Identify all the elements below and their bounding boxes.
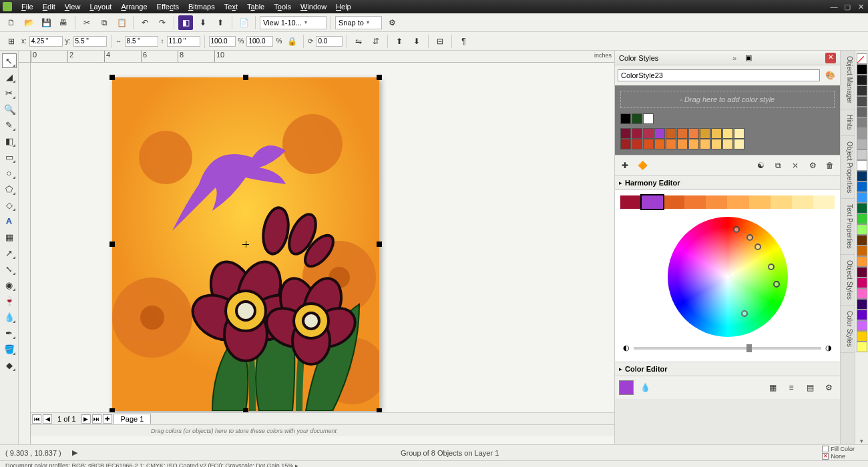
- table-tool[interactable]: ▦: [2, 229, 17, 244]
- color-swatch[interactable]: [654, 139, 665, 149]
- to-back-button[interactable]: ⬇: [409, 34, 424, 49]
- side-tab[interactable]: Color Styles: [841, 306, 855, 353]
- menu-table[interactable]: Table: [243, 1, 268, 12]
- no-color-swatch[interactable]: [857, 53, 867, 64]
- harmony-swatch[interactable]: [663, 195, 684, 209]
- menu-arrange[interactable]: Arrange: [117, 1, 151, 12]
- color-swatch[interactable]: [654, 128, 665, 139]
- new-color-style-button[interactable]: 🎨: [823, 68, 837, 83]
- color-sliders-button[interactable]: ≡: [784, 380, 799, 395]
- zoom-level-combo[interactable]: View 1-10...: [260, 16, 327, 29]
- import-button[interactable]: ⬇: [196, 15, 210, 30]
- smart-fill-tool[interactable]: ◧: [2, 133, 17, 148]
- color-swatch[interactable]: [722, 128, 733, 139]
- color-swatch[interactable]: [632, 113, 642, 124]
- palette-swatch[interactable]: [857, 299, 867, 310]
- palette-swatch[interactable]: [857, 128, 867, 139]
- fill-swatch-icon[interactable]: [822, 446, 829, 452]
- page-canvas[interactable]: [112, 77, 379, 411]
- page-tab[interactable]: Page 1: [114, 414, 152, 424]
- eyedropper-button[interactable]: 💧: [638, 380, 652, 395]
- harmony-swatch[interactable]: [813, 195, 835, 209]
- color-swatch[interactable]: [632, 139, 642, 149]
- scale-x-input[interactable]: [209, 36, 236, 47]
- harmony-swatch[interactable]: [749, 195, 771, 209]
- color-swatch[interactable]: [643, 128, 654, 139]
- freehand-tool[interactable]: ✎: [2, 117, 17, 132]
- pick-tool[interactable]: ↖: [2, 53, 17, 68]
- polygon-tool[interactable]: ⬠: [2, 181, 17, 196]
- color-swatch[interactable]: [734, 128, 744, 139]
- harmony-swatch[interactable]: [727, 195, 748, 209]
- palette-swatch[interactable]: [857, 75, 867, 85]
- scale-y-input[interactable]: [246, 36, 273, 47]
- color-swatch[interactable]: [734, 139, 744, 149]
- harmony-swatch[interactable]: [771, 195, 792, 209]
- selection-handle-tm[interactable]: [243, 75, 248, 80]
- docker-window-icon[interactable]: ▣: [745, 53, 752, 62]
- ellipse-tool[interactable]: ○: [2, 165, 17, 180]
- palette-swatch[interactable]: [857, 107, 867, 117]
- palette-swatch[interactable]: [857, 246, 867, 256]
- color-style-name-input[interactable]: [618, 69, 820, 81]
- vertical-ruler[interactable]: [19, 63, 31, 444]
- palette-swatch[interactable]: [857, 342, 867, 352]
- palette-swatch[interactable]: [857, 96, 867, 107]
- x-position-input[interactable]: [29, 36, 63, 47]
- side-tab[interactable]: Object Styles: [841, 255, 855, 306]
- copy-button[interactable]: ⧉: [97, 15, 112, 30]
- menu-file[interactable]: File: [17, 1, 37, 12]
- minimize-button[interactable]: —: [829, 3, 839, 11]
- selection-handle-tl[interactable]: [110, 75, 115, 80]
- color-swatch[interactable]: [688, 128, 699, 139]
- maximize-button[interactable]: ▢: [843, 3, 852, 11]
- color-swatch[interactable]: [711, 128, 722, 139]
- selection-center-icon[interactable]: [242, 241, 249, 248]
- y-position-input[interactable]: [73, 36, 107, 47]
- wrap-text-button[interactable]: ¶: [456, 34, 471, 49]
- palette-swatch[interactable]: [857, 171, 867, 181]
- palette-swatch[interactable]: [857, 117, 867, 128]
- color-swatch[interactable]: [620, 139, 631, 149]
- selection-handle-tr[interactable]: [377, 75, 382, 80]
- side-tab[interactable]: Object Manager: [841, 51, 855, 109]
- color-swatch[interactable]: [711, 139, 722, 149]
- color-swatch[interactable]: [722, 139, 733, 149]
- connector-tool[interactable]: ⤡: [2, 262, 17, 276]
- dimension-tool[interactable]: ↗: [2, 246, 17, 260]
- basic-shapes-tool[interactable]: ◇: [2, 197, 17, 212]
- new-harmony-button[interactable]: 🔶: [635, 158, 650, 173]
- color-viewer-button[interactable]: ▦: [765, 380, 780, 395]
- ruler-origin[interactable]: [19, 51, 31, 63]
- interactive-blend-tool[interactable]: ◉: [2, 278, 17, 292]
- menu-effects[interactable]: Effects: [153, 1, 183, 12]
- outline-none-icon[interactable]: [822, 453, 829, 460]
- zoom-tool[interactable]: 🔍: [2, 101, 17, 116]
- palette-swatch[interactable]: [857, 267, 867, 278]
- palette-swatch[interactable]: [857, 331, 867, 342]
- palette-swatch[interactable]: [857, 64, 867, 75]
- search-content-button[interactable]: ◧: [178, 15, 193, 30]
- fill-tool[interactable]: 🪣: [2, 342, 17, 356]
- harmony-swatch[interactable]: [792, 195, 813, 209]
- palette-swatch[interactable]: [857, 213, 867, 224]
- shape-tool[interactable]: ◢: [2, 69, 17, 84]
- harmony-swatch[interactable]: [684, 195, 706, 209]
- close-button[interactable]: ✕: [856, 3, 865, 11]
- color-swatch[interactable]: [677, 139, 688, 149]
- ungroup-button[interactable]: ⊟: [433, 34, 447, 49]
- transparency-tool[interactable]: 🍷: [2, 294, 17, 308]
- last-page-button[interactable]: ⏭: [92, 414, 101, 424]
- height-input[interactable]: [167, 36, 200, 47]
- crop-tool[interactable]: ✂: [2, 85, 17, 100]
- delete-style-button[interactable]: 🗑: [823, 158, 837, 173]
- color-swatch[interactable]: [677, 128, 688, 139]
- color-swatch[interactable]: [688, 139, 699, 149]
- menu-view[interactable]: View: [61, 1, 85, 12]
- harmony-marker[interactable]: [768, 264, 775, 270]
- palette-swatch[interactable]: [857, 203, 867, 213]
- color-swatch[interactable]: [620, 113, 631, 124]
- palette-swatch[interactable]: [857, 256, 867, 267]
- palette-swatch[interactable]: [857, 181, 867, 192]
- snap-to-combo[interactable]: Snap to: [335, 16, 382, 29]
